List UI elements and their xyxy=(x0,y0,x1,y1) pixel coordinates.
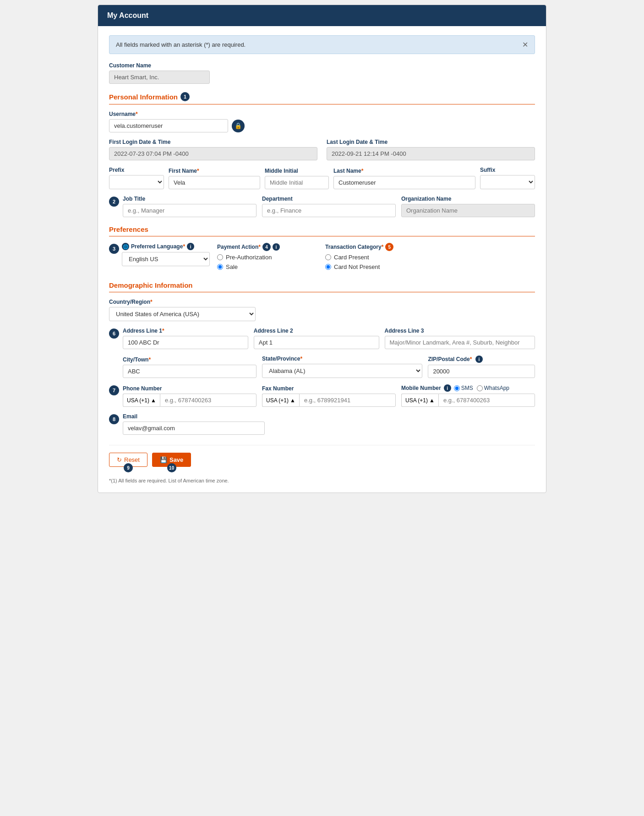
pref-lang-select[interactable]: English US Spanish French xyxy=(122,252,210,266)
zip-info-icon[interactable]: i xyxy=(475,356,483,363)
demographic-section-title: Demographic Information xyxy=(109,281,535,289)
prefix-label: Prefix xyxy=(109,167,164,173)
phone-col: Phone Number USA (+1) ▲ xyxy=(123,385,257,407)
whatsapp-radio-item[interactable]: WhatsApp xyxy=(477,385,509,391)
fax-col: Fax Number USA (+1) ▲ xyxy=(262,385,396,407)
mobile-col: Mobile Number i SMS WhatsApp xyxy=(401,384,535,407)
page-title: My Account xyxy=(107,11,148,19)
phone-label: Phone Number xyxy=(123,385,257,392)
mobile-dropdown-icon: ▲ xyxy=(429,397,435,404)
txn-card-present-radio[interactable] xyxy=(325,254,331,260)
mobile-input-group: USA (+1) ▲ xyxy=(401,394,535,407)
fax-country-code-text: USA (+1) xyxy=(266,397,289,404)
middle-initial-input[interactable] xyxy=(265,176,329,189)
country-row: Country/Region* United States of America… xyxy=(109,299,535,321)
email-input[interactable] xyxy=(123,422,265,435)
mobile-country-code[interactable]: USA (+1) ▲ xyxy=(401,394,438,407)
country-select[interactable]: United States of America (USA) Canada Me… xyxy=(109,307,256,321)
phone-input[interactable] xyxy=(160,394,257,407)
first-login-col: First Login Date & Time xyxy=(109,139,317,160)
addr2-input[interactable] xyxy=(254,336,379,349)
reset-step-badge: 9 xyxy=(124,463,133,472)
txn-cat-label: Transaction Category* xyxy=(325,244,383,250)
save-step-badge: 10 xyxy=(167,463,176,472)
sms-radio-item[interactable]: SMS xyxy=(454,385,473,391)
transaction-cat-col: Transaction Category* 5 Card Present Car… xyxy=(325,243,535,273)
pref-lang-label-row: 🌐 Preferred Language* i xyxy=(122,243,210,250)
reset-label: Reset xyxy=(124,456,140,463)
jobtitle-input[interactable] xyxy=(123,204,257,217)
lastname-label: Last Name* xyxy=(333,168,475,174)
country-label: Country/Region* xyxy=(109,299,535,305)
jobtitle-row: Job Title Department Organization Name xyxy=(123,196,535,217)
username-input[interactable] xyxy=(109,119,228,132)
address-row: Address Line 1* Address Line 2 Address L… xyxy=(123,328,535,349)
payment-preauth-radio[interactable] xyxy=(217,254,223,260)
payment-action-radio-group: Pre-Authorization Sale xyxy=(217,254,318,270)
addr1-input[interactable] xyxy=(123,336,248,349)
payment-label-row: Payment Action* 4 i xyxy=(217,243,318,251)
fax-country-code[interactable]: USA (+1) ▲ xyxy=(262,394,299,407)
txn-label-row: Transaction Category* 5 xyxy=(325,243,535,251)
save-btn-wrapper: 💾 Save 10 xyxy=(152,453,191,467)
pref-lang-label: Preferred Language* xyxy=(131,243,185,250)
close-icon[interactable]: ✕ xyxy=(522,40,528,49)
firstname-col: First Name* xyxy=(169,168,260,189)
state-select[interactable]: Alabama (AL) Alaska (AK) Arizona (AZ) Ca… xyxy=(262,364,422,378)
payment-sale-radio[interactable] xyxy=(217,264,223,270)
save-label: Save xyxy=(169,456,183,463)
username-info-btn[interactable]: 🔒 xyxy=(232,120,245,132)
city-input[interactable] xyxy=(123,365,257,378)
mobile-input[interactable] xyxy=(438,394,535,407)
first-login-label: First Login Date & Time xyxy=(109,139,317,145)
payment-sale-label: Sale xyxy=(226,263,238,270)
txn-card-present-radio-item[interactable]: Card Present xyxy=(325,254,535,261)
state-col: State/Province* Alabama (AL) Alaska (AK)… xyxy=(262,356,422,378)
firstname-label: First Name* xyxy=(169,168,260,174)
mobile-info-icon[interactable]: i xyxy=(444,384,451,392)
page-container: My Account All fields marked with an ast… xyxy=(98,5,546,493)
sms-label: SMS xyxy=(461,385,473,391)
txn-card-not-present-radio[interactable] xyxy=(325,264,331,270)
city-col: City/Town* xyxy=(123,356,257,378)
payment-preauth-radio-item[interactable]: Pre-Authorization xyxy=(217,254,318,261)
last-login-label: Last Login Date & Time xyxy=(327,139,535,145)
lastname-input[interactable] xyxy=(333,176,475,189)
mobile-label-row: Mobile Number i SMS WhatsApp xyxy=(401,384,535,392)
demographic-divider xyxy=(109,292,535,292)
firstname-input[interactable] xyxy=(169,176,260,189)
footer-note: *(1) All fields are required. List of Am… xyxy=(109,478,535,483)
fax-input[interactable] xyxy=(299,394,396,407)
fax-dropdown-icon: ▲ xyxy=(290,397,295,404)
address-section: 6 Address Line 1* Address Line 2 Address… xyxy=(109,328,535,378)
txn-card-not-present-radio-item[interactable]: Card Not Present xyxy=(325,263,535,270)
txn-step-badge: 5 xyxy=(385,243,393,251)
addr3-input[interactable] xyxy=(385,336,535,349)
prefs-divider xyxy=(109,236,535,236)
dept-col: Department xyxy=(262,196,396,217)
save-icon: 💾 xyxy=(160,456,167,463)
suffix-label: Suffix xyxy=(480,167,535,173)
phone-country-code[interactable]: USA (+1) ▲ xyxy=(123,394,160,407)
phone-section: 7 Phone Number USA (+1) ▲ Fax Number xyxy=(109,384,535,407)
suffix-select[interactable]: Jr Sr xyxy=(480,175,535,189)
whatsapp-radio[interactable] xyxy=(477,385,483,391)
payment-info-icon[interactable]: i xyxy=(273,243,280,251)
reset-btn-wrapper: ↻ Reset 9 xyxy=(109,453,147,467)
sms-radio[interactable] xyxy=(454,385,460,391)
payment-sale-radio-item[interactable]: Sale xyxy=(217,263,318,270)
addr2-label: Address Line 2 xyxy=(254,328,379,334)
personal-info-divider xyxy=(109,104,535,104)
addr-step-badge: 6 xyxy=(109,329,119,339)
username-label: Username* xyxy=(109,111,535,117)
dept-input[interactable] xyxy=(262,204,396,217)
email-section: 8 Email xyxy=(109,413,535,435)
phone-row: Phone Number USA (+1) ▲ Fax Number USA (… xyxy=(123,384,535,407)
zip-input[interactable] xyxy=(428,365,535,378)
pref-lang-globe-icon: 🌐 xyxy=(122,243,129,250)
phone-input-group: USA (+1) ▲ xyxy=(123,394,257,407)
mobile-label: Mobile Number xyxy=(401,385,441,391)
prefix-select[interactable]: Mr Ms Dr xyxy=(109,175,164,189)
pref-lang-col: 3 🌐 Preferred Language* i English US Spa… xyxy=(109,243,210,266)
pref-lang-info-icon[interactable]: i xyxy=(187,243,194,250)
